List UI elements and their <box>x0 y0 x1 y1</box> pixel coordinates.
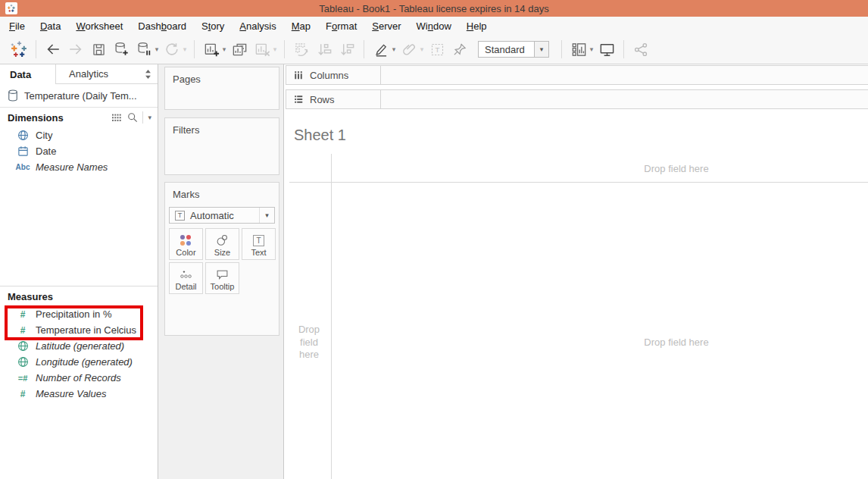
number-icon: # <box>16 389 30 399</box>
toolbar: ▾ ▾ ▾ <box>0 35 868 64</box>
titlebar: Tableau - Book1 - Tableau license expire… <box>0 0 868 17</box>
refresh-caret-icon: ▾ <box>181 45 189 53</box>
highlight-icon[interactable] <box>370 39 392 60</box>
calculated-number-icon: =# <box>16 374 30 383</box>
menubar: FileDataWorksheetDashboardStoryAnalysisM… <box>0 17 868 35</box>
sort-descending-icon <box>336 39 358 60</box>
columns-shelf[interactable]: Columns <box>286 65 868 85</box>
globe-icon <box>16 340 30 352</box>
drop-zone-top[interactable]: Drop field here <box>644 163 708 174</box>
highlight-caret-icon[interactable]: ▾ <box>390 45 398 53</box>
sort-ascending-icon <box>313 39 336 60</box>
field-measure-names[interactable]: Abc Measure Names <box>0 159 158 175</box>
view-mode-select[interactable]: Standard ▾ <box>478 41 549 58</box>
number-icon: # <box>16 325 30 336</box>
toolbar-separator <box>561 40 562 58</box>
svg-text:T: T <box>435 45 439 54</box>
dimensions-empty-space <box>0 175 158 286</box>
rows-icon <box>293 94 304 105</box>
field-latitude[interactable]: Latitude (generated) <box>0 338 158 354</box>
field-measure-values[interactable]: # Measure Values <box>0 386 158 402</box>
menu-dashboard[interactable]: Dashboard <box>130 18 194 34</box>
detail-button[interactable]: Detail <box>169 262 203 294</box>
dimensions-header-row: Dimensions ▾ <box>0 108 158 127</box>
main-area: Data Analytics Temperature (Daily Tem...… <box>0 64 868 479</box>
menu-worksheet[interactable]: Worksheet <box>68 18 130 34</box>
menu-server[interactable]: Server <box>364 18 408 34</box>
tableau-app-icon <box>5 2 17 14</box>
globe-icon <box>16 356 30 368</box>
field-precipitation[interactable]: # Precipitation in % <box>0 306 158 322</box>
save-icon[interactable] <box>87 39 110 60</box>
dimensions-menu-caret-icon[interactable]: ▾ <box>148 114 151 121</box>
toolbar-separator <box>36 40 36 58</box>
duplicate-sheet-icon[interactable] <box>228 39 251 60</box>
tableau-window: Tableau - Book1 - Tableau license expire… <box>0 0 868 479</box>
show-mark-labels-icon: T <box>426 39 448 60</box>
field-number-of-records[interactable]: =# Number of Records <box>0 370 158 386</box>
marks-card: Marks T Automatic ▾ Color <box>164 182 279 336</box>
view-grid-hline <box>289 182 868 183</box>
fix-axes-icon[interactable] <box>448 39 471 60</box>
field-date[interactable]: Date <box>0 143 158 159</box>
menu-data[interactable]: Data <box>33 18 68 34</box>
dimensions-header: Dimensions <box>8 112 111 124</box>
field-label: Longitude (generated) <box>36 356 133 368</box>
new-worksheet-caret-icon[interactable]: ▾ <box>220 45 228 53</box>
rows-shelf[interactable]: Rows <box>286 89 868 109</box>
data-pane: Data Analytics Temperature (Daily Tem...… <box>0 64 158 479</box>
menu-analysis[interactable]: Analysis <box>232 18 283 34</box>
measures-header-row: Measures <box>0 286 158 306</box>
field-label: Measure Values <box>36 388 106 399</box>
show-me-caret-icon[interactable]: ▾ <box>588 45 595 53</box>
mark-type-select[interactable]: T Automatic ▾ <box>169 207 275 224</box>
database-icon <box>8 89 18 102</box>
menu-help[interactable]: Help <box>459 18 495 34</box>
new-data-source-icon[interactable] <box>110 39 133 60</box>
pane-collapse-icon[interactable] <box>138 64 158 84</box>
field-temperature[interactable]: # Temperature in Celcius <box>0 322 158 338</box>
menu-story[interactable]: Story <box>194 18 232 34</box>
find-field-icon[interactable] <box>127 112 138 123</box>
pause-auto-updates-icon[interactable] <box>133 39 155 60</box>
drop-zone-main[interactable]: Drop field here <box>644 337 708 348</box>
presentation-mode-icon[interactable] <box>595 39 618 60</box>
filters-card[interactable]: Filters <box>164 117 279 175</box>
tab-analytics[interactable]: Analytics <box>56 64 138 84</box>
detail-icon <box>180 268 192 280</box>
drop-zone-left[interactable]: Drop field here <box>290 324 328 362</box>
mark-buttons: Color Size T Text <box>169 228 278 294</box>
share-icon <box>629 39 652 60</box>
clear-sheet-icon <box>251 39 273 60</box>
shelf-cards-pane: Pages Filters Marks T Automatic ▾ Color <box>158 64 284 479</box>
mark-type-caret-icon[interactable]: ▾ <box>259 208 274 223</box>
menu-file[interactable]: File <box>2 18 33 34</box>
rows-shelf-label: Rows <box>286 90 381 108</box>
field-label: Temperature in Celcius <box>36 324 136 336</box>
color-icon <box>180 235 192 246</box>
new-worksheet-icon[interactable] <box>200 39 223 60</box>
menu-format[interactable]: Format <box>318 18 364 34</box>
field-longitude[interactable]: Longitude (generated) <box>0 354 158 370</box>
tooltip-button[interactable]: Tooltip <box>205 262 239 294</box>
tab-data[interactable]: Data <box>0 64 56 84</box>
menu-map[interactable]: Map <box>284 18 318 34</box>
view-mode-value: Standard <box>479 44 534 55</box>
color-button[interactable]: Color <box>169 228 203 260</box>
size-button[interactable]: Size <box>205 228 239 260</box>
menu-window[interactable]: Window <box>409 18 459 34</box>
datasource-item[interactable]: Temperature (Daily Tem... <box>0 84 158 108</box>
view-mode-caret-icon[interactable]: ▾ <box>534 42 548 57</box>
show-me-icon[interactable] <box>567 39 590 60</box>
tableau-logo-icon[interactable] <box>8 39 30 60</box>
pages-label: Pages <box>165 67 279 85</box>
pages-card[interactable]: Pages <box>164 67 279 110</box>
sheet-title[interactable]: Sheet 1 <box>294 127 346 144</box>
text-button[interactable]: T Text <box>242 228 276 260</box>
toolbar-separator <box>364 40 364 58</box>
undo-icon[interactable] <box>42 39 64 60</box>
view-data-grid-icon[interactable] <box>111 113 123 123</box>
abc-icon: Abc <box>16 163 30 171</box>
field-city[interactable]: City <box>0 127 158 143</box>
pause-auto-updates-caret-icon[interactable]: ▾ <box>153 45 161 53</box>
